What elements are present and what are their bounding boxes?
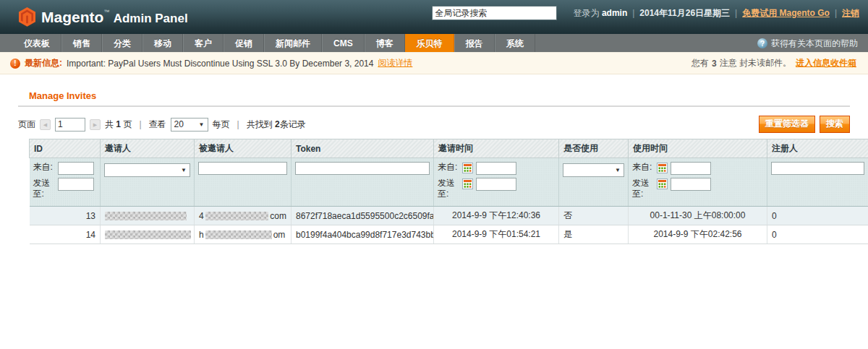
nav-item-system[interactable]: 系统	[495, 34, 535, 52]
nav-item-dashboard[interactable]: 仪表板	[13, 34, 61, 52]
page-title: Manage Invites	[29, 90, 854, 101]
calendar-icon[interactable]	[657, 178, 668, 189]
logout-link[interactable]: 注销	[842, 7, 859, 20]
column-header-use-time[interactable]: 使用时间	[629, 139, 767, 158]
table-row[interactable]: 13 4com 8672f718aeca1d5595500c2c6509faf1…	[30, 207, 868, 225]
nav-item-mobile[interactable]: 移动	[142, 34, 183, 52]
filter-cell-registrant	[767, 158, 868, 207]
main-nav: 仪表板 销售 分类 移动 客户 促销 新闻邮件 CMS 博客 乐贝特 报告 系统…	[0, 34, 868, 53]
cell-used: 是	[559, 225, 629, 244]
invitee-filter-input[interactable]	[198, 162, 287, 175]
use-time-to-input[interactable]	[671, 178, 711, 191]
inbox-count: 3	[712, 59, 717, 69]
separator: |	[139, 119, 141, 129]
column-header-id[interactable]: ID	[30, 139, 101, 158]
use-time-from-input[interactable]	[671, 162, 711, 175]
censored-email	[105, 212, 187, 220]
previous-page-icon[interactable]: ◀	[40, 119, 51, 130]
table-row[interactable]: 14 hom b0199f4a404bca99d8f717e3d743bbcc …	[30, 225, 868, 244]
used-filter-select[interactable]: ▼	[563, 163, 624, 177]
title-divider	[18, 105, 850, 107]
brand-suffix: Admin Panel	[114, 12, 188, 25]
cell-id: 13	[30, 207, 101, 225]
total-pages-count: 1	[116, 119, 121, 129]
column-header-used[interactable]: 是否使用	[559, 139, 629, 158]
nav-item-cms[interactable]: CMS	[322, 34, 365, 52]
nav-item-reports[interactable]: 报告	[454, 34, 495, 52]
cell-inviter	[101, 207, 195, 225]
column-header-token[interactable]: Token	[292, 139, 434, 158]
total-pages-text: 共 1 页	[105, 119, 132, 131]
pager: 页面 ◀ ▶ 共 1 页 | 查看 20 ▼ 每页 | 共找到 2条记录	[18, 118, 306, 132]
global-search-input[interactable]	[432, 6, 557, 20]
nav-item-newsletter[interactable]: 新闻邮件	[264, 34, 322, 52]
registrant-filter-input[interactable]	[771, 162, 864, 175]
warning-icon: !	[10, 59, 20, 69]
filter-from-label: 来自:	[33, 162, 55, 173]
search-button[interactable]: 搜索	[820, 116, 850, 133]
notice-message-area: ! 最新信息: Important: PayPal Users Must Dis…	[10, 57, 412, 69]
column-header-invite-time[interactable]: 邀请时间	[434, 139, 559, 158]
column-header-invitee[interactable]: 被邀请人	[195, 139, 292, 158]
chevron-down-icon: ▼	[199, 121, 205, 128]
magento-go-trial-link[interactable]: 免费试用 Magento Go	[742, 7, 830, 20]
grid-toolbar: 页面 ◀ ▶ 共 1 页 | 查看 20 ▼ 每页 | 共找到 2条记录 重置筛…	[18, 116, 850, 133]
grid-filter-row: 来自: 发送至: ▼	[30, 158, 868, 207]
inviter-filter-select[interactable]: ▼	[104, 163, 190, 177]
nav-item-catalog[interactable]: 分类	[102, 34, 142, 52]
chevron-down-icon: ▼	[615, 167, 621, 173]
nav-items: 仪表板 销售 分类 移动 客户 促销 新闻邮件 CMS 博客 乐贝特 报告 系统	[13, 34, 535, 52]
nav-item-promotions[interactable]: 促销	[224, 34, 264, 52]
cell-token: b0199f4a404bca99d8f717e3d743bbcc	[292, 225, 434, 244]
next-page-icon[interactable]: ▶	[90, 119, 101, 130]
inbox-prefix: 您有	[692, 57, 709, 69]
calendar-icon[interactable]	[462, 178, 473, 189]
id-from-input[interactable]	[58, 162, 94, 175]
cell-use-time: 2014-9-9 下午02:42:56	[629, 225, 767, 244]
filter-to-label: 发送至:	[632, 178, 654, 199]
column-header-inviter[interactable]: 邀请人	[101, 139, 195, 158]
filter-from-label: 来自:	[632, 162, 654, 173]
notice-message: Important: PayPal Users Must Discontinue…	[67, 59, 373, 69]
cell-token: 8672f718aeca1d5595500c2c6509faf1	[292, 207, 434, 225]
go-to-inbox-link[interactable]: 进入信息收件箱	[796, 57, 856, 69]
cell-inviter	[101, 225, 195, 244]
header-right: 登录为 admin | 2014年11月26日星期三 | 免费试用 Magent…	[432, 6, 859, 20]
per-page-select[interactable]: 20 ▼	[171, 118, 208, 132]
page-number-input[interactable]	[55, 118, 85, 132]
records-count: 2	[275, 119, 280, 129]
invite-time-to-input[interactable]	[476, 178, 516, 191]
notice-bar: ! 最新信息: Important: PayPal Users Must Dis…	[0, 53, 868, 74]
brand-name: Magento	[41, 9, 103, 25]
nav-item-sales[interactable]: 销售	[61, 34, 102, 52]
censored-email	[205, 230, 272, 239]
nav-item-blog[interactable]: 博客	[365, 34, 405, 52]
inbox-suffix: 注意 封未读邮件。	[720, 57, 791, 69]
filter-cell-invite-time: 来自: 发送至:	[434, 158, 559, 207]
separator: |	[237, 119, 239, 129]
column-header-registrant[interactable]: 注册人	[767, 139, 868, 158]
invites-grid: ID 邀请人 被邀请人 Token 邀请时间 是否使用 使用时间 注册人 来自:	[29, 139, 868, 244]
grid-header-row: ID 邀请人 被邀请人 Token 邀请时间 是否使用 使用时间 注册人	[30, 139, 868, 158]
id-to-input[interactable]	[58, 178, 94, 191]
token-filter-input[interactable]	[295, 162, 430, 175]
calendar-icon[interactable]	[462, 163, 473, 173]
read-details-link[interactable]: 阅读详情	[378, 57, 412, 69]
nav-item-lebeite-active[interactable]: 乐贝特	[405, 34, 454, 52]
filter-cell-invitee	[195, 158, 292, 207]
invite-time-from-input[interactable]	[476, 162, 516, 175]
reset-filter-button[interactable]: 重置筛选器	[759, 116, 815, 133]
calendar-icon[interactable]	[657, 163, 668, 173]
content-area: Manage Invites 页面 ◀ ▶ 共 1 页 | 查看 20 ▼ 每页…	[0, 74, 868, 244]
cell-registrant: 0	[767, 207, 868, 225]
brand: Magento™ Admin Panel	[19, 7, 188, 27]
toolbar-buttons: 重置筛选器 搜索	[759, 116, 850, 133]
logged-in-user: admin	[602, 8, 627, 18]
filter-from-label: 来自:	[438, 162, 459, 173]
page-help-link[interactable]: ? 获得有关本页面的帮助	[757, 34, 858, 53]
records-found-text: 共找到 2条记录	[247, 119, 306, 131]
header-date: 2014年11月26日星期三	[639, 7, 730, 20]
filter-cell-use-time: 来自: 发送至:	[629, 158, 767, 207]
cell-use-time: 00-1-11-30 上午08:00:00	[629, 207, 767, 225]
nav-item-customers[interactable]: 客户	[183, 34, 224, 52]
